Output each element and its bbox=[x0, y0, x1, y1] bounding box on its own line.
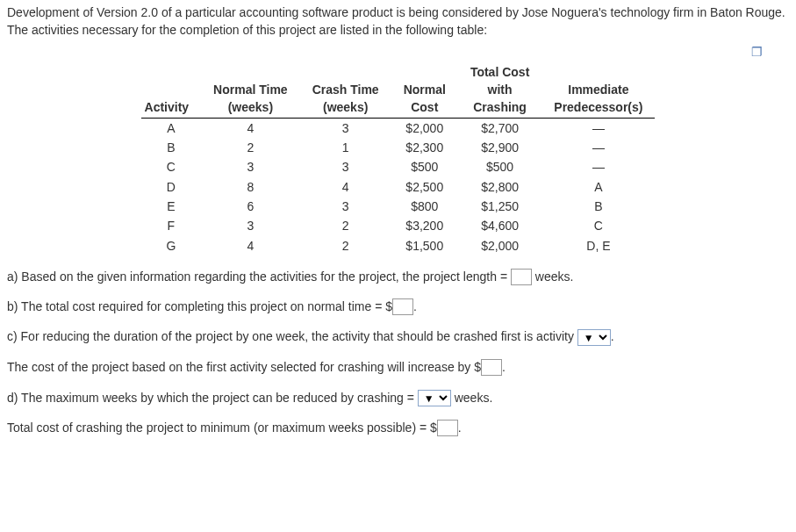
qc-text-post: . bbox=[611, 329, 614, 343]
qc-text-pre: c) For reducing the duration of the proj… bbox=[7, 329, 574, 343]
activity-table: Activity Normal Time(weeks) Crash Time(w… bbox=[141, 62, 656, 255]
qd-text-pre: d) The maximum weeks by which the projec… bbox=[7, 391, 414, 405]
crash-activity-select[interactable]: ▼ bbox=[577, 329, 611, 346]
cost-increase-input[interactable] bbox=[481, 359, 502, 376]
col-crash-time: Crash Time(weeks) bbox=[300, 62, 391, 118]
qa-text-pre: a) Based on the given information regard… bbox=[7, 270, 507, 284]
table-row: G42$1,500$2,000D, E bbox=[141, 236, 656, 255]
qc2-text-pre: The cost of the project based on the fir… bbox=[7, 360, 481, 374]
total-crash-cost-input[interactable] bbox=[437, 420, 458, 436]
table-row: F32$3,200$4,600C bbox=[141, 216, 656, 235]
col-normal-cost: NormalCost bbox=[391, 62, 458, 118]
table-row: B21$2,300$2,900— bbox=[141, 138, 656, 157]
qe-text-post: . bbox=[458, 421, 462, 435]
problem-intro: Development of Version 2.0 of a particul… bbox=[7, 4, 789, 40]
table-row: C33$500$500— bbox=[141, 157, 656, 176]
col-activity: Activity bbox=[141, 62, 202, 118]
qb-text-pre: b) The total cost required for completin… bbox=[7, 299, 392, 313]
total-cost-input[interactable] bbox=[392, 298, 413, 315]
qb-text-post: . bbox=[413, 299, 417, 313]
col-predecessor: ImmediatePredecessor(s) bbox=[541, 62, 655, 118]
qd-text-post: weeks. bbox=[455, 391, 493, 405]
table-row: A43$2,000$2,700— bbox=[141, 118, 656, 138]
copy-icon[interactable]: ❐ bbox=[751, 45, 763, 59]
col-total-cost: Total CostwithCrashing bbox=[458, 62, 541, 118]
table-row: E63$800$1,250B bbox=[141, 197, 656, 216]
project-length-input[interactable] bbox=[511, 269, 532, 285]
qc2-text-post: . bbox=[502, 360, 506, 374]
col-normal-time: Normal Time(weeks) bbox=[201, 62, 300, 118]
qa-text-post: weeks. bbox=[535, 270, 574, 284]
table-row: D84$2,500$2,800A bbox=[141, 177, 656, 197]
max-weeks-select[interactable]: ▼ bbox=[418, 390, 451, 406]
qe-text-pre: Total cost of crashing the project to mi… bbox=[7, 421, 437, 435]
